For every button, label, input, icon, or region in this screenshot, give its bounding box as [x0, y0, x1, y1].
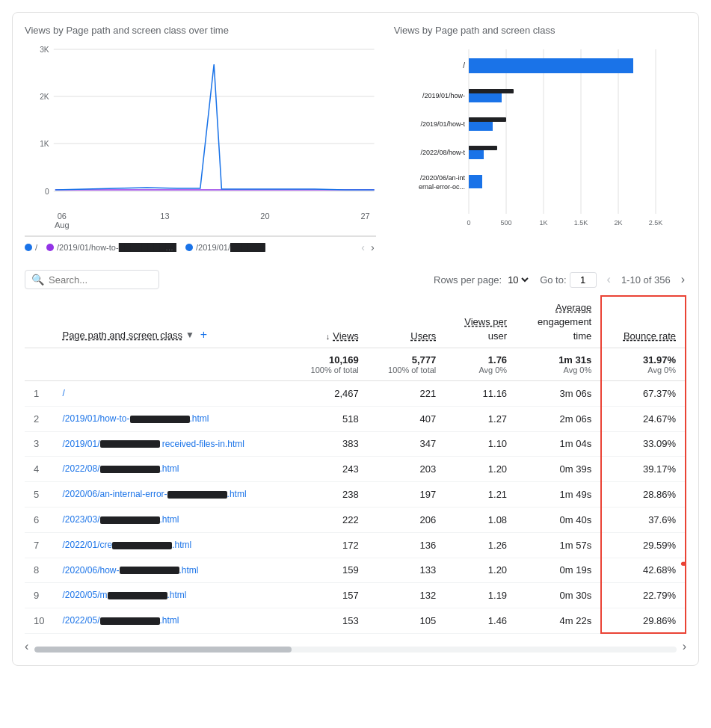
row-views: 222 — [290, 507, 367, 532]
row-views-per-user: 1.08 — [445, 507, 516, 532]
row-views-per-user: 1.20 — [445, 457, 516, 482]
page-link[interactable]: /2023/03/ .html — [62, 514, 179, 525]
goto-label: Go to: — [540, 274, 566, 286]
legend-dot-3 — [185, 244, 193, 251]
rows-per-page: Rows per page: 10 25 50 — [434, 274, 531, 286]
row-num: 2 — [25, 406, 53, 431]
avg-engagement-col-label[interactable]: Average — [555, 302, 591, 313]
views-per-user-col-label[interactable]: Views per — [464, 316, 507, 327]
search-input[interactable] — [49, 274, 138, 286]
svg-text:/2022/08/how-t: /2022/08/how-t — [420, 149, 465, 156]
rows-per-page-label: Rows per page: — [434, 274, 502, 286]
goto-field: Go to: — [540, 272, 596, 288]
page-link[interactable]: /2020/06/an-internal-error- .html — [62, 489, 246, 499]
row-page: / — [53, 381, 290, 407]
table-row: 2 /2019/01/how-to- .html 518 407 1.27 2m… — [25, 406, 686, 431]
svg-text:2K: 2K — [40, 93, 49, 101]
goto-input[interactable] — [570, 272, 597, 288]
row-page: /2020/06/how- .html — [53, 558, 290, 583]
legend-dot-1 — [25, 244, 32, 251]
row-num: 9 — [25, 583, 53, 608]
next-page-button[interactable]: › — [680, 271, 686, 288]
row-num: 1 — [25, 381, 53, 407]
totals-views-per-user: 1.76 Avg 0% — [445, 348, 516, 381]
row-page: /2020/05/m .html — [53, 583, 290, 608]
svg-text:/2020/06/an-int: /2020/06/an-int — [420, 174, 466, 182]
scroll-controls: ‹ › — [25, 640, 686, 653]
row-users: 407 — [368, 406, 445, 431]
row-views: 172 — [290, 532, 367, 558]
row-avg-engagement: 0m 39s — [516, 457, 601, 482]
row-num: 4 — [25, 457, 53, 482]
page-link[interactable]: / — [62, 388, 64, 398]
legend-item-2: /2019/01/how-to-████████████.html — [46, 243, 176, 252]
search-box[interactable]: 🔍 — [25, 270, 159, 289]
legend-next-button[interactable]: › — [369, 241, 376, 253]
row-views: 157 — [290, 583, 367, 608]
svg-rect-27 — [469, 117, 506, 122]
scroll-left-button[interactable]: ‹ — [25, 640, 28, 653]
col-header-num — [25, 296, 53, 348]
row-bounce-rate: 42.68% — [601, 558, 686, 583]
page-info: 1-10 of 356 — [621, 274, 671, 286]
row-views-per-user: 1.20 — [445, 558, 516, 583]
row-users: 206 — [368, 507, 445, 532]
data-table: Page path and screen class ▼ + ↓ Views — [25, 295, 686, 634]
page-link[interactable]: /2020/06/how- .html — [62, 565, 198, 576]
add-column-button[interactable]: + — [197, 328, 210, 342]
totals-avg-engagement: 1m 31s Avg 0% — [516, 348, 601, 381]
line-chart-title: Views by Page path and screen class over… — [25, 25, 376, 36]
page-link[interactable]: /2022/08/ .html — [62, 463, 179, 474]
totals-row: 10,169 100% of total 5,777 100% of total… — [25, 348, 686, 381]
legend-prev-button[interactable]: ‹ — [360, 241, 366, 253]
svg-text:1.5K: 1.5K — [573, 219, 588, 226]
totals-users: 5,777 100% of total — [368, 348, 445, 381]
row-bounce-rate: 37.6% — [601, 507, 686, 532]
row-num: 8 — [25, 558, 53, 583]
prev-page-button[interactable]: ‹ — [606, 271, 612, 288]
page-col-label[interactable]: Page path and screen class — [62, 330, 182, 341]
page-link[interactable]: /2022/01/cre .html — [62, 540, 191, 550]
col-header-views-per-user: Views per user — [445, 296, 516, 348]
bar-chart-svg: 0 500 1K 1.5K 2K 2.5K / /2019/01/how- /2… — [394, 42, 686, 236]
row-views-per-user: 1.26 — [445, 532, 516, 558]
table-row: 3 /2019/01/ received-files-in.html 383 3… — [25, 431, 686, 457]
row-avg-engagement: 2m 06s — [516, 406, 601, 431]
table-row: 10 /2022/05/ .html 153 105 1.46 4m 22s 2… — [25, 608, 686, 634]
views-col-label[interactable]: Views — [333, 330, 358, 342]
svg-text:0: 0 — [467, 219, 470, 226]
row-page: /2020/06/an-internal-error- .html — [53, 482, 290, 508]
table-body: 10,169 100% of total 5,777 100% of total… — [25, 348, 686, 634]
horizontal-scrollbar[interactable] — [34, 647, 676, 653]
bounce-rate-col-label[interactable]: Bounce rate — [624, 330, 676, 342]
svg-rect-24 — [469, 89, 514, 93]
row-views: 153 — [290, 608, 367, 634]
sort-arrow-icon: ↓ — [326, 332, 330, 341]
chart-x-labels: 06 Aug 13 20 27 — [25, 209, 376, 229]
row-page: /2019/01/ received-files-in.html — [53, 431, 290, 457]
svg-text:1K: 1K — [539, 219, 547, 226]
red-arrow-indicator: ➜ — [680, 549, 686, 578]
scroll-right-button[interactable]: › — [683, 640, 686, 653]
page-link[interactable]: /2019/01/how-to- .html — [62, 413, 209, 424]
row-views: 518 — [290, 406, 367, 431]
rows-per-page-select[interactable]: 10 25 50 — [505, 274, 531, 286]
row-num: 6 — [25, 507, 53, 532]
table-row: 7 /2022/01/cre .html 172 136 1.26 1m 57s… — [25, 532, 686, 558]
users-col-label[interactable]: Users — [410, 330, 436, 342]
table-row: 5 /2020/06/an-internal-error- .html 238 … — [25, 482, 686, 508]
page-link[interactable]: /2020/05/m .html — [62, 590, 186, 600]
row-page: /2019/01/how-to- .html — [53, 406, 290, 431]
table-row: 9 /2020/05/m .html 157 132 1.19 0m 30s 2… — [25, 583, 686, 608]
row-users: 197 — [368, 482, 445, 508]
col-filter-button[interactable]: ▼ — [185, 330, 194, 340]
row-bounce-rate: 39.17% — [601, 457, 686, 482]
table-wrapper: Page path and screen class ▼ + ↓ Views — [25, 295, 686, 634]
page-link[interactable]: /2022/05/ .html — [62, 615, 179, 626]
svg-text:2K: 2K — [614, 219, 622, 226]
svg-text:0: 0 — [45, 188, 49, 196]
row-views-per-user: 1.19 — [445, 583, 516, 608]
legend-label-1: / — [35, 243, 37, 252]
page-link[interactable]: /2019/01/ received-files-in.html — [62, 439, 244, 449]
svg-text:ernal-error-oc...: ernal-error-oc... — [419, 183, 465, 191]
